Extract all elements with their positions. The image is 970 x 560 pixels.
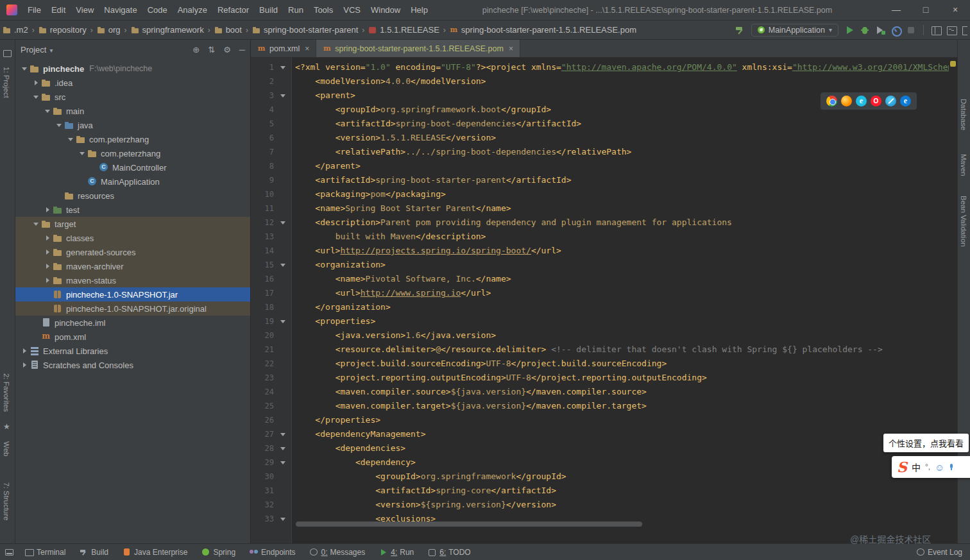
ime-punctuation-icon[interactable]: °,: [925, 462, 930, 471]
code-line[interactable]: <artifactId>spring-boot-dependencies</ar…: [295, 117, 949, 131]
expand-arrow-icon[interactable]: [54, 121, 64, 130]
tool-stripe-7-structure[interactable]: 7: Structure: [3, 482, 10, 520]
breadcrumb-item-springframework[interactable]: springframework: [130, 25, 205, 35]
hide-panel-icon[interactable]: ─: [239, 45, 245, 55]
tool-stripe-database[interactable]: Database: [960, 99, 967, 130]
code-line[interactable]: </parent>: [295, 159, 949, 173]
tree-item-pincheche-1-0-snapshot-jar-original[interactable]: pincheche-1.0-SNAPSHOT.jar.original: [15, 301, 250, 316]
expand-arrow-icon[interactable]: [77, 149, 87, 158]
firefox-browser-icon[interactable]: [841, 96, 852, 106]
terminal-toolbar-button[interactable]: [944, 23, 958, 37]
expand-arrow-icon[interactable]: [19, 362, 30, 368]
ie-browser-icon[interactable]: [856, 96, 867, 106]
expand-arrow-icon[interactable]: [42, 106, 53, 115]
breadcrumb-item-spring-boot-starter-parent[interactable]: spring-boot-starter-parent: [251, 25, 359, 35]
fold-arrow-icon[interactable]: [278, 63, 288, 72]
code-line[interactable]: <dependency>: [295, 455, 949, 470]
code-lines[interactable]: <?xml version="1.0" encoding="UTF-8"?><p…: [293, 58, 949, 543]
menu-file[interactable]: File: [22, 0, 46, 20]
status-java-enterprise[interactable]: Java Enterprise: [123, 548, 187, 557]
breadcrumb-item-org[interactable]: org: [96, 25, 122, 35]
fold-arrow-icon[interactable]: [278, 514, 288, 523]
tree-item-mainapplication[interactable]: MainApplication: [15, 174, 250, 189]
code-line[interactable]: <name>Spring Boot Starter Parent</name>: [295, 201, 949, 216]
close-tab-icon[interactable]: ×: [509, 44, 513, 53]
code-line[interactable]: </organization>: [295, 300, 949, 314]
code-line[interactable]: <project.build.sourceEncoding>UTF-8</pro…: [295, 357, 949, 371]
fold-arrow-icon[interactable]: [278, 430, 288, 439]
menu-code[interactable]: Code: [142, 0, 173, 20]
code-line[interactable]: <dependencyManagement>: [295, 427, 949, 441]
code-line[interactable]: <groupId>org.springframework</groupId>: [295, 470, 949, 484]
locate-file-icon[interactable]: ⊕: [192, 45, 200, 55]
expand-arrow-icon[interactable]: [42, 235, 53, 241]
profiler-button[interactable]: [889, 23, 903, 37]
code-line[interactable]: <maven.compiler.target>${java.version}</…: [295, 399, 949, 413]
status-spring[interactable]: Spring: [201, 548, 235, 557]
status-endpoints[interactable]: Endpoints: [250, 548, 295, 557]
layout-button[interactable]: [929, 23, 943, 37]
code-line[interactable]: <?xml version="1.0" encoding="UTF-8"?><p…: [295, 60, 949, 74]
status-todo[interactable]: 6:TODO: [428, 548, 470, 557]
expand-arrow-icon[interactable]: [42, 278, 53, 283]
code-line[interactable]: built with Maven</description>: [295, 230, 949, 244]
settings-gear-icon[interactable]: ⚙: [223, 45, 231, 55]
opera-browser-icon[interactable]: [871, 96, 881, 106]
expand-arrow-icon[interactable]: [42, 250, 53, 255]
menu-edit[interactable]: Edit: [46, 0, 71, 20]
code-line[interactable]: <url>http://www.spring.io</url>: [295, 286, 949, 300]
stop-button[interactable]: [904, 23, 918, 37]
tree-item-idea[interactable]: .idea: [15, 76, 250, 90]
expand-arrow-icon[interactable]: [65, 135, 76, 144]
status-run[interactable]: 4:Run: [379, 548, 414, 557]
code-line[interactable]: <resource.delimiter>@</resource.delimite…: [295, 343, 949, 357]
tree-item-pincheche[interactable]: pinchecheF:\web\pincheche: [15, 62, 250, 76]
tree-item-maincontroller[interactable]: MainController: [15, 160, 250, 174]
expand-arrow-icon[interactable]: [42, 207, 53, 212]
status-build[interactable]: Build: [80, 548, 108, 557]
maximize-button[interactable]: □: [911, 0, 940, 20]
editor-tab-pom-xml[interactable]: pom.xml×: [251, 40, 316, 57]
code-line[interactable]: <packaging>pom</packaging>: [295, 187, 949, 201]
expand-arrow-icon[interactable]: [19, 348, 30, 353]
tree-item-com-peterzhang[interactable]: com.peterzhang: [15, 146, 250, 160]
chrome-browser-icon[interactable]: [826, 96, 837, 106]
fold-arrow-icon[interactable]: [278, 317, 288, 326]
menu-analyze[interactable]: Analyze: [173, 0, 212, 20]
breadcrumb-item-spring-boot-starter-parent-1-5-1-release-pom[interactable]: spring-boot-starter-parent-1.5.1.RELEASE…: [448, 25, 638, 35]
code-line[interactable]: <modelVersion>4.0.0</modelVersion>: [295, 74, 949, 89]
tree-item-maven-status[interactable]: maven-status: [15, 273, 250, 287]
tool-stripe-bean-validation[interactable]: Bean Validation: [960, 196, 967, 247]
menu-build[interactable]: Build: [254, 0, 283, 20]
ime-language-indicator[interactable]: 中: [912, 461, 921, 473]
build-hammer-icon[interactable]: [733, 23, 747, 37]
safari-browser-icon[interactable]: [885, 96, 896, 106]
breadcrumb-item-1-5-1-release[interactable]: 1.5.1.RELEASE: [367, 25, 441, 35]
code-line[interactable]: <dependencies>: [295, 441, 949, 455]
tree-item-generated-sources[interactable]: generated-sources: [15, 245, 250, 259]
tool-stripe-maven[interactable]: Maven: [960, 154, 967, 176]
expand-arrow-icon[interactable]: [19, 64, 30, 73]
tree-item-main[interactable]: main: [15, 104, 250, 118]
debug-button[interactable]: [858, 23, 872, 37]
code-line[interactable]: <java.version>1.6</java.version>: [295, 328, 949, 343]
tool-stripe-web[interactable]: Web: [3, 441, 10, 456]
code-line[interactable]: <artifactId>spring-boot-starter-parent</…: [295, 173, 949, 187]
code-line[interactable]: <version>${spring.version}</version>: [295, 498, 949, 512]
close-button[interactable]: ×: [940, 0, 970, 20]
collapse-all-icon[interactable]: ⇅: [208, 45, 215, 55]
minimize-button[interactable]: —: [881, 0, 911, 20]
code-line[interactable]: <properties>: [295, 314, 949, 328]
status-terminal[interactable]: Terminal: [25, 548, 65, 557]
expand-arrow-icon[interactable]: [31, 80, 41, 85]
tree-item-scratches-and-consoles[interactable]: Scratches and Consoles: [15, 358, 250, 372]
code-line[interactable]: <url>http://projects.spring.io/spring-bo…: [295, 244, 949, 258]
code-area[interactable]: 1234567891011121314151617181920212223242…: [251, 58, 957, 543]
ime-toolbar[interactable]: S 中 °, ☺: [892, 456, 970, 478]
fold-arrow-icon[interactable]: [278, 444, 288, 453]
expand-arrow-icon[interactable]: [42, 264, 53, 269]
menu-window[interactable]: Window: [366, 0, 405, 20]
run-with-coverage-button[interactable]: [873, 23, 887, 37]
tree-item-maven-archiver[interactable]: maven-archiver: [15, 259, 250, 273]
run-button[interactable]: [842, 23, 856, 37]
